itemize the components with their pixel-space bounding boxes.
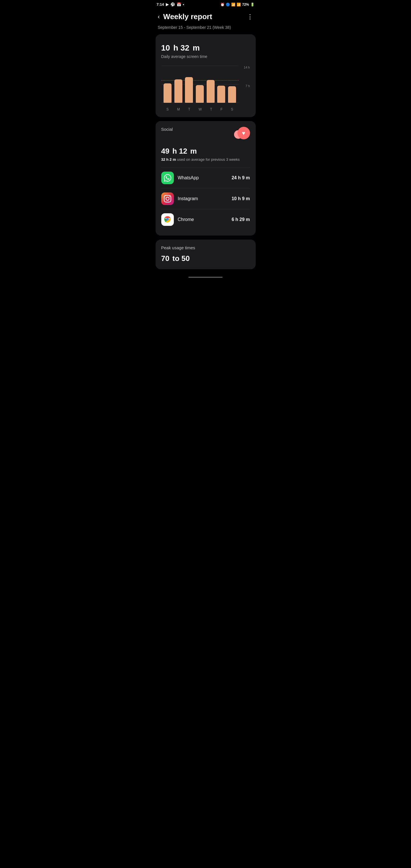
battery-icon: 🔋 xyxy=(250,3,255,6)
x-label-t1: T xyxy=(188,107,190,111)
x-label-s2: S xyxy=(231,107,233,111)
bar-saturday xyxy=(227,86,238,103)
date-range: September 15 - September 21 (Week 38) xyxy=(152,23,259,34)
bar-friday xyxy=(216,86,227,103)
soccer-icon: ⚽ xyxy=(170,2,175,6)
app-item-instagram[interactable]: Instagram 10 h 9 m xyxy=(161,188,250,209)
screen-time-minutes: 32 xyxy=(180,43,189,52)
peak-usage-value: 70 to 50 xyxy=(161,251,250,264)
status-bar: 7:14 ▶ ⚽ 📅 • ⏰ 🔵 📶 📶 72% 🔋 xyxy=(152,0,259,8)
app-item-chrome[interactable]: Chrome 6 h 29 m xyxy=(161,209,250,230)
chrome-name: Chrome xyxy=(178,217,232,222)
social-minutes: 12 xyxy=(179,147,187,155)
bar-sunday xyxy=(162,83,173,103)
social-bubble-main: ♥ xyxy=(238,127,250,140)
y-label-top: 14 h xyxy=(244,66,250,69)
peak-value-1: 70 xyxy=(161,254,169,263)
back-button[interactable]: ‹ xyxy=(158,13,160,21)
chrome-time: 6 h 29 m xyxy=(231,217,250,222)
dot-icon: • xyxy=(183,2,184,6)
peak-to-label: to xyxy=(172,254,182,263)
page-title: Weekly report xyxy=(163,12,212,21)
social-header: Social ♥ xyxy=(161,127,250,143)
bar-value-wednesday xyxy=(196,85,204,103)
status-right: ⏰ 🔵 📶 📶 72% 🔋 xyxy=(220,3,254,6)
bar-value-tuesday xyxy=(185,77,193,103)
peak-value-2: 50 xyxy=(182,254,190,263)
whatsapp-icon xyxy=(161,172,174,184)
signal-icon: 📶 xyxy=(236,3,241,6)
calendar-icon: 📅 xyxy=(177,2,181,6)
peak-usage-card: Peak usage times 70 to 50 xyxy=(156,240,256,269)
bar-value-saturday xyxy=(228,86,236,103)
y-label-mid: 7 h xyxy=(246,84,250,88)
social-category-icon: ♥ xyxy=(234,127,250,143)
x-label-f: F xyxy=(220,107,222,111)
bar-monday xyxy=(173,80,184,103)
screen-time-card: 10 h 32 m Daily average screen time xyxy=(156,34,256,117)
svg-point-1 xyxy=(166,218,169,221)
instagram-icon xyxy=(161,192,174,205)
whatsapp-time: 24 h 9 m xyxy=(231,175,250,181)
screen-time-value: 10 h 32 m xyxy=(161,40,250,53)
x-label-m: M xyxy=(177,107,180,111)
wifi-icon: 📶 xyxy=(231,3,235,6)
social-avg-value: 32 h 2 m xyxy=(161,157,176,162)
instagram-time: 10 h 9 m xyxy=(231,196,250,201)
time-display: 7:14 xyxy=(157,2,164,6)
social-info: Social xyxy=(161,127,173,132)
bar-tuesday xyxy=(184,77,195,103)
heart-icon: ♥ xyxy=(242,130,246,136)
social-hours: 49 xyxy=(161,147,169,155)
chart-x-labels: S M T W T F S xyxy=(161,107,239,111)
bar-value-friday xyxy=(217,86,225,103)
header-left: ‹ Weekly report xyxy=(158,12,212,21)
whatsapp-name: WhatsApp xyxy=(178,175,232,181)
social-avg-label: used on average for previous 3 weeks xyxy=(177,157,240,162)
bar-value-thursday xyxy=(207,80,215,103)
instagram-name: Instagram xyxy=(178,196,232,201)
battery-display: 72% xyxy=(242,3,249,6)
home-indicator xyxy=(188,277,223,278)
x-label-t2: T xyxy=(210,107,212,111)
peak-usage-label: Peak usage times xyxy=(161,245,250,250)
chart-y-labels: 14 h 7 h xyxy=(244,66,250,103)
bottom-nav-bar xyxy=(152,273,259,281)
bluetooth-icon: 🔵 xyxy=(226,3,230,6)
screen-time-hours: 10 xyxy=(161,43,170,52)
social-avg-text: 32 h 2 m used on average for previous 3 … xyxy=(161,157,250,162)
social-time-value: 49 h 12 m xyxy=(161,144,250,156)
status-left: 7:14 ▶ ⚽ 📅 • xyxy=(157,2,184,6)
chrome-icon xyxy=(161,213,174,226)
social-category: Social xyxy=(161,127,173,132)
youtube-icon: ▶ xyxy=(166,2,169,6)
bar-thursday xyxy=(205,80,216,103)
app-item-whatsapp[interactable]: WhatsApp 24 h 9 m xyxy=(161,167,250,188)
more-options-button[interactable]: ⋮ xyxy=(247,13,253,21)
social-card: Social ♥ 49 h 12 m 32 h 2 m used on aver… xyxy=(156,121,256,236)
usage-chart: 14 h 7 h S M T W T F S xyxy=(161,66,250,111)
x-label-s1: S xyxy=(166,107,169,111)
bar-value-sunday xyxy=(163,83,171,103)
chart-bars xyxy=(161,66,239,103)
x-label-w: W xyxy=(199,107,202,111)
bar-value-monday xyxy=(175,80,182,103)
screen-time-label: Daily average screen time xyxy=(161,54,250,59)
alarm-icon: ⏰ xyxy=(220,3,225,6)
bar-wednesday xyxy=(194,85,205,103)
page-header: ‹ Weekly report ⋮ xyxy=(152,8,259,23)
